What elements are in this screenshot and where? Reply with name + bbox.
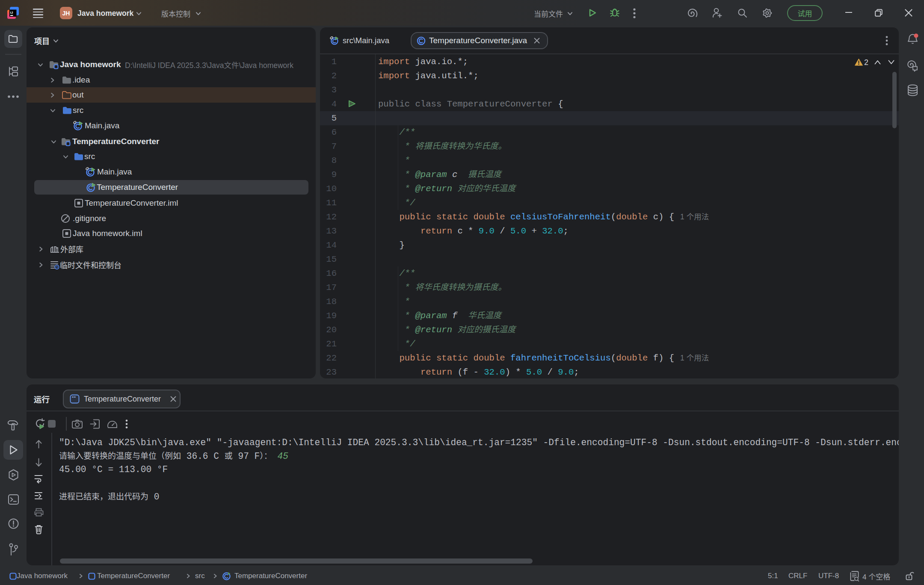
svg-text:IJ: IJ bbox=[10, 11, 13, 15]
